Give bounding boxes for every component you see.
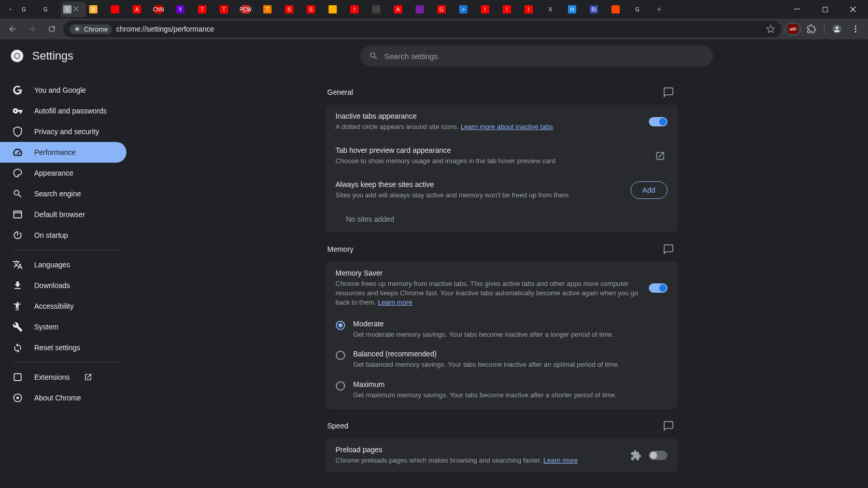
sidebar-item-system[interactable]: System [0,317,126,337]
favicon: A [394,5,402,13]
browser-tab[interactable]: T [261,2,282,17]
puzzle-icon [807,24,816,34]
browser-tab[interactable]: I [501,2,521,17]
browser-tab[interactable]: BI [588,2,608,17]
extensions-button[interactable] [803,21,820,37]
browser-tab[interactable]: G [39,2,60,17]
new-tab-button[interactable] [652,2,666,17]
browser-tab[interactable]: G [435,2,456,17]
back-button[interactable] [4,21,21,37]
browser-tab[interactable]: T [196,2,217,17]
chrome-menu-button[interactable] [847,21,864,37]
learn-more-link[interactable]: Learn more about inactive tabs [461,123,553,131]
sidebar-item-languages[interactable]: Languages [0,254,126,275]
sidebar-item-label: Privacy and security [34,127,99,136]
sidebar-item-about[interactable]: About Chrome [0,387,126,408]
browser-tab[interactable]: S [283,2,304,17]
browser-tab[interactable]: I [348,2,369,17]
learn-more-link[interactable]: Learn more [544,456,578,464]
bookmark-star-icon[interactable] [766,24,775,34]
svg-point-3 [76,28,79,31]
translate-icon [12,260,23,270]
sidebar-item-downloads[interactable]: Downloads [0,275,126,296]
row-desc: Choose to show memory usage and images i… [336,156,645,166]
extension-ublock[interactable]: uO [785,23,801,35]
favicon [372,5,380,13]
browser-tab[interactable]: CNN [152,2,173,17]
feedback-button[interactable] [661,242,676,256]
radio-button[interactable] [336,351,345,360]
speedometer-icon [12,147,23,157]
add-site-button[interactable]: Add [631,181,667,199]
site-info-chip[interactable]: Chrome [69,24,112,34]
sidebar-item-on-startup[interactable]: On startup [0,225,126,246]
tab-strip: GGSBACNNYTTPCWTSSIAG>IIIXHBIG [0,0,868,19]
sidebar-item-label: Extensions [34,373,69,381]
browser-tab[interactable]: B [87,2,108,17]
browser-tab[interactable]: S [61,2,86,17]
browser-tab[interactable] [609,2,630,17]
browser-tab[interactable]: A [392,2,412,17]
section-header-general: General [325,76,678,105]
open-in-new-button[interactable] [653,149,667,163]
browser-tab[interactable]: Y [174,2,195,17]
radio-button[interactable] [336,381,345,391]
browser-tab[interactable]: H [566,2,587,17]
browser-tab[interactable]: I [522,2,543,17]
favicon: > [459,5,467,13]
tab-search-dropdown[interactable] [3,2,18,17]
browser-tab[interactable] [414,2,434,17]
memory-option-balanced[interactable]: Balanced (recommended) Get balanced memo… [325,345,678,375]
browser-tab[interactable]: G [18,2,38,17]
close-window-button[interactable] [841,1,865,18]
address-bar[interactable]: Chrome chrome://settings/performance [63,21,781,37]
browser-tab[interactable]: > [457,2,478,17]
favicon: G [20,5,28,13]
inactive-tabs-toggle[interactable] [649,117,667,126]
learn-more-link[interactable]: Learn more [378,298,412,306]
profile-button[interactable] [829,21,845,37]
svg-point-5 [836,26,838,29]
row-title: Tab hover preview card appearance [336,146,645,154]
browser-tab[interactable]: I [479,2,500,17]
sidebar-item-default-browser[interactable]: Default browser [0,204,126,225]
sidebar-item-appearance[interactable]: Appearance [0,163,126,183]
browser-tab[interactable]: PCW [239,2,260,17]
sidebar-item-you-and-google[interactable]: You and Google [0,80,126,101]
memory-saver-row: Memory Saver Chrome frees up memory from… [325,262,678,315]
browser-tab[interactable]: T [218,2,238,17]
memory-card: Memory Saver Chrome frees up memory from… [325,262,678,409]
sidebar-item-reset[interactable]: Reset settings [0,337,126,358]
browser-tab[interactable]: G [631,2,652,17]
browser-tab[interactable]: X [544,2,565,17]
search-settings-box[interactable]: Search settings [361,46,713,66]
option-desc: Get maximum memory savings. Your tabs be… [353,391,667,400]
browser-tab[interactable] [370,2,391,17]
browser-tab[interactable]: A [131,2,151,17]
memory-option-maximum[interactable]: Maximum Get maximum memory savings. Your… [325,375,678,409]
browser-tab[interactable] [109,2,130,17]
minimize-button[interactable] [785,1,809,18]
feedback-button[interactable] [661,85,676,99]
section-header-memory: Memory [325,233,678,262]
sidebar-item-privacy[interactable]: Privacy and security [0,121,126,142]
radio-button[interactable] [336,321,345,330]
preload-toggle[interactable] [649,451,667,460]
feedback-button[interactable] [661,419,676,433]
forward-button[interactable] [24,21,40,37]
sidebar-item-autofill[interactable]: Autofill and passwords [0,101,126,121]
browser-tab[interactable] [326,2,347,17]
sidebar-item-extensions[interactable]: Extensions [0,367,126,387]
close-icon[interactable] [74,6,79,11]
reload-button[interactable] [44,21,60,37]
sidebar-item-performance[interactable]: Performance [0,142,126,163]
option-desc: Get balanced memory savings. Your tabs b… [353,360,667,369]
hover-preview-row[interactable]: Tab hover preview card appearance Choose… [325,139,678,173]
browser-tab[interactable]: S [305,2,325,17]
sidebar-item-accessibility[interactable]: Accessibility [0,296,126,317]
maximize-button[interactable] [813,1,837,18]
memory-saver-toggle[interactable] [649,283,667,293]
sidebar-item-search-engine[interactable]: Search engine [0,183,126,204]
memory-option-moderate[interactable]: Moderate Get moderate memory savings. Yo… [325,314,678,345]
settings-app: You and Google Autofill and passwords Pr… [0,39,868,488]
